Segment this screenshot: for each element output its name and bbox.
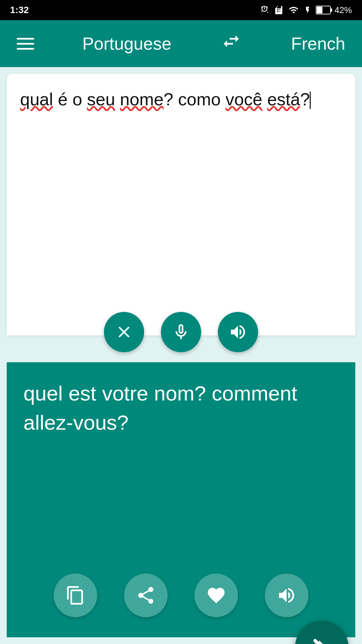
input-text[interactable]: qual é o seu nome? como você está?: [20, 87, 342, 112]
microphone-button[interactable]: [161, 312, 201, 352]
speak-output-button[interactable]: [265, 574, 308, 617]
swap-languages-button[interactable]: [220, 31, 243, 56]
status-time: 1:32: [10, 5, 29, 15]
word-qual: qual: [20, 90, 53, 109]
top-bar: Portuguese French: [0, 20, 362, 67]
clear-button[interactable]: [104, 312, 144, 352]
output-controls: [7, 574, 355, 617]
input-panel: qual é o seu nome? como você está?: [7, 74, 355, 335]
alarm-icon: [259, 5, 269, 15]
text-cursor: [310, 92, 311, 109]
favorite-button[interactable]: [194, 574, 238, 617]
word-seu: seu: [87, 90, 115, 109]
speak-input-button[interactable]: [218, 312, 258, 352]
charging-icon: [304, 5, 312, 15]
copy-button[interactable]: [54, 574, 97, 617]
share-button[interactable]: [124, 574, 168, 617]
svg-rect-2: [316, 7, 322, 13]
status-icons: 42%: [259, 5, 352, 15]
output-panel: quel est votre nom? comment allez-vous?: [7, 362, 355, 637]
sim-icon: [274, 5, 284, 15]
input-controls: [7, 312, 355, 352]
svg-rect-1: [330, 8, 332, 12]
status-bar: 1:32 42%: [0, 0, 362, 20]
signal-icon: [288, 5, 300, 15]
word-voce: você: [226, 90, 262, 109]
menu-button[interactable]: [17, 38, 34, 50]
source-language[interactable]: Portuguese: [82, 34, 171, 54]
word-nome: nome: [120, 90, 164, 109]
target-language[interactable]: French: [291, 34, 345, 54]
word-esta: está: [267, 90, 300, 109]
main-content: qual é o seu nome? como você está?: [0, 67, 362, 644]
battery-percent: 42%: [335, 5, 352, 15]
battery-icon: [316, 5, 333, 15]
output-text: quel est votre nom? comment allez-vous?: [23, 379, 339, 437]
battery-indicator: 42%: [316, 5, 352, 15]
